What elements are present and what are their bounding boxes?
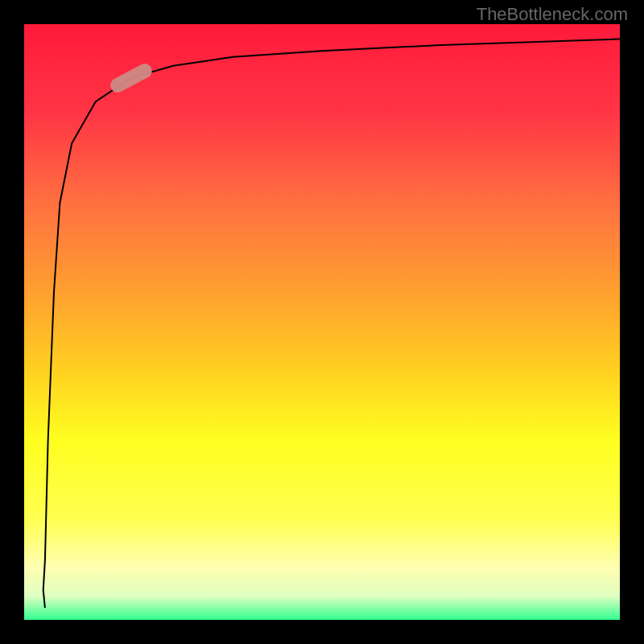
attribution-text: TheBottleneck.com bbox=[477, 4, 628, 25]
plot-area bbox=[24, 24, 620, 620]
chart-svg bbox=[0, 0, 644, 644]
chart-container: TheBottleneck.com bbox=[0, 0, 644, 644]
